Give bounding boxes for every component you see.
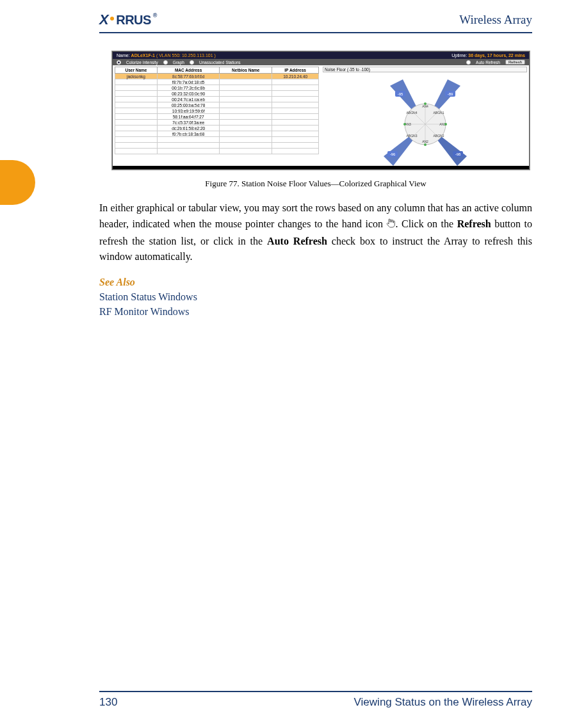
table-cell	[115, 79, 158, 85]
auto-refresh-label[interactable]: Auto Refresh	[476, 60, 500, 65]
sector-label: ABGN2	[433, 134, 444, 138]
sector-label: ABGN1	[433, 111, 444, 115]
name-value: ADLeX1F-1	[131, 53, 155, 58]
table-cell	[220, 97, 272, 102]
page-header: X RRUS ® Wireless Array	[99, 12, 532, 33]
screenshot-titlebar: Name: ADLeX1F-1 ( VLAN 550: 10.250.113.1…	[113, 52, 529, 59]
table-cell	[272, 108, 319, 114]
radio-icon[interactable]	[163, 60, 168, 65]
uptime-label: Uptime:	[451, 53, 467, 58]
table-cell	[115, 125, 158, 131]
table-cell	[220, 131, 272, 137]
auto-refresh-bold: Auto Refresh	[267, 236, 327, 247]
table-row: 00:25:00:ba:5d:78	[115, 102, 319, 108]
sector-label: AN2	[422, 140, 428, 143]
table-cell	[272, 149, 319, 154]
noise-badge: -95	[397, 92, 403, 96]
table-cell: 10:93:e9:19:59:6f	[158, 108, 220, 114]
refresh-button[interactable]: Refresh	[505, 60, 525, 65]
table-row	[115, 137, 319, 143]
table-cell	[115, 102, 158, 108]
table-cell: 8c:58:77:6b:bf:6d	[158, 74, 220, 79]
hand-icon	[386, 218, 395, 234]
table-cell: 00:24:7c:a1:ca:eb	[158, 97, 220, 102]
table-cell	[220, 114, 272, 120]
table-cell	[272, 97, 319, 102]
table-cell: 00:25:00:ba:5d:78	[158, 102, 220, 108]
table-row: f8:7b:7a:0d:18:d5	[115, 79, 319, 85]
graph-label[interactable]: Graph	[173, 60, 184, 65]
table-cell: 00:1b:77:2c:6c:8b	[158, 85, 220, 91]
see-also-link[interactable]: RF Monitor Windows	[99, 304, 532, 319]
table-row: 58:1f:aa:64:f7:27	[115, 114, 319, 120]
table-cell	[220, 137, 272, 143]
radio-icon[interactable]	[466, 60, 471, 65]
radio-icon[interactable]	[190, 60, 194, 65]
table-header[interactable]: Netbios Name	[220, 67, 272, 74]
table-cell: 10.210.24.40	[272, 74, 319, 79]
table-cell: dc:2b:61:58:e2:20	[158, 125, 220, 131]
svg-point-12	[403, 123, 406, 125]
table-cell	[220, 120, 272, 125]
table-cell	[220, 149, 272, 154]
table-row: 10:93:e9:19:59:6f	[115, 108, 319, 114]
table-row	[115, 149, 319, 154]
table-row: 00:23:32:03:0c:90	[115, 91, 319, 97]
table-row: 00:1b:77:2c:6c:8b	[115, 85, 319, 91]
table-row: 7c:c5:37:0f:3a:ee	[115, 120, 319, 125]
table-cell	[272, 79, 319, 85]
table-cell: 00:23:32:03:0c:90	[158, 91, 220, 97]
table-cell	[158, 143, 220, 149]
table-cell	[272, 91, 319, 97]
logo-text: RRUS	[116, 13, 151, 28]
screenshot: Name: ADLeX1F-1 ( VLAN 550: 10.250.113.1…	[112, 51, 530, 170]
table-cell: jacksonkg	[115, 74, 158, 79]
radial-diagram: AN4 ABGN1 AN1 ABGN2 AN2 ABGN3 AN3 ABGN4	[377, 79, 473, 169]
table-row: jacksonkg8c:58:77:6b:bf:6d10.210.24.40	[115, 74, 319, 79]
logo-dot-icon	[110, 17, 114, 20]
stations-table: User NameMAC AddressNetbios NameIP Addre…	[115, 67, 319, 154]
table-cell	[158, 137, 220, 143]
table-cell	[220, 108, 272, 114]
colorize-label[interactable]: Colorize Intensity	[126, 60, 158, 65]
body-paragraph: In either graphical or tabular view, you…	[99, 200, 532, 265]
table-cell	[220, 85, 272, 91]
table-header[interactable]: MAC Address	[158, 67, 220, 74]
refresh-bold: Refresh	[457, 218, 491, 229]
table-cell	[115, 149, 158, 154]
table-header[interactable]: User Name	[115, 67, 158, 74]
table-cell	[115, 97, 158, 102]
table-cell: f0:7b:cb:18:3a:68	[158, 131, 220, 137]
table-cell	[115, 85, 158, 91]
body-text: . Click on the	[395, 218, 457, 229]
radio-icon[interactable]	[117, 60, 121, 65]
table-cell	[158, 149, 220, 154]
table-cell	[115, 143, 158, 149]
see-also-link[interactable]: Station Status Windows	[99, 289, 532, 304]
svg-point-11	[424, 143, 427, 146]
table-cell	[115, 114, 158, 120]
table-cell: 7c:c5:37:0f:3a:ee	[158, 120, 220, 125]
noise-badge: -96	[389, 152, 395, 156]
table-cell	[272, 114, 319, 120]
table-cell	[115, 131, 158, 137]
table-row: f0:7b:cb:18:3a:68	[115, 131, 319, 137]
table-header[interactable]: IP Address	[272, 67, 319, 74]
table-cell	[272, 120, 319, 125]
table-cell	[115, 91, 158, 97]
screenshot-subbar: Colorize Intensity Graph Unassociated St…	[113, 59, 529, 65]
table-cell	[272, 131, 319, 137]
table-cell	[272, 137, 319, 143]
table-cell	[272, 102, 319, 108]
vlan-text: ( VLAN 550: 10.250.113.101 )	[156, 53, 216, 58]
uptime-value: 36 days, 17 hours, 22 mins	[468, 53, 525, 58]
unassoc-label[interactable]: Unassociated Stations	[199, 60, 241, 65]
table-cell	[220, 74, 272, 79]
sector-label: ABGN4	[406, 111, 417, 115]
figure-caption: Figure 77. Station Noise Floor Values—Co…	[112, 179, 519, 189]
figure: Name: ADLeX1F-1 ( VLAN 550: 10.250.113.1…	[112, 51, 519, 189]
table-cell	[115, 108, 158, 114]
noise-floor-label: Noise Floor (-35 to -100)	[323, 67, 527, 72]
table-cell	[220, 125, 272, 131]
table-row: 00:24:7c:a1:ca:eb	[115, 97, 319, 102]
